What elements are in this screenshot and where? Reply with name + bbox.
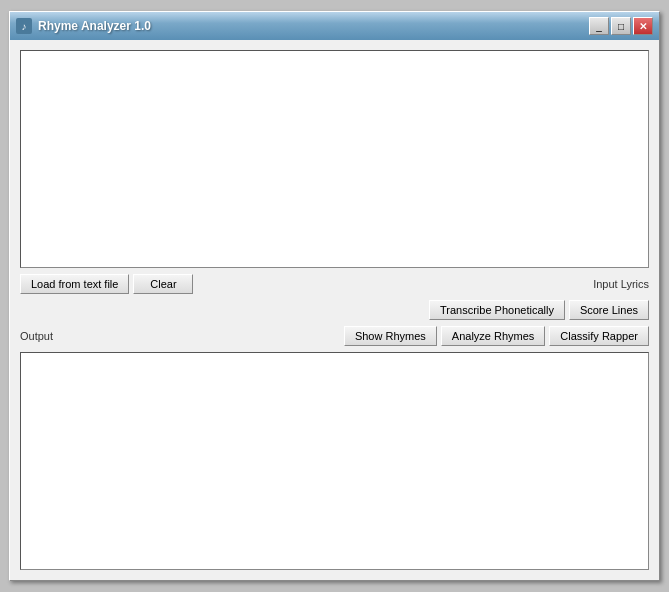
transcribe-score-row: Transcribe Phonetically Score Lines bbox=[20, 300, 649, 320]
window-content: Load from text file Clear Input Lyrics T… bbox=[10, 40, 659, 580]
left-buttons: Load from text file Clear bbox=[20, 274, 193, 294]
output-row: Output Show Rhymes Analyze Rhymes Classi… bbox=[20, 326, 649, 346]
output-label: Output bbox=[20, 330, 53, 342]
input-section bbox=[20, 50, 649, 268]
classify-rapper-button[interactable]: Classify Rapper bbox=[549, 326, 649, 346]
load-text-file-button[interactable]: Load from text file bbox=[20, 274, 129, 294]
title-bar-controls: _ □ ✕ bbox=[589, 17, 653, 35]
load-clear-row: Load from text file Clear Input Lyrics bbox=[20, 274, 649, 294]
main-window: ♪ Rhyme Analyzer 1.0 _ □ ✕ Load from tex… bbox=[9, 11, 660, 581]
input-lyrics-textarea[interactable] bbox=[20, 50, 649, 268]
close-button[interactable]: ✕ bbox=[633, 17, 653, 35]
input-lyrics-label: Input Lyrics bbox=[593, 278, 649, 290]
window-title: Rhyme Analyzer 1.0 bbox=[38, 19, 583, 33]
clear-button[interactable]: Clear bbox=[133, 274, 193, 294]
minimize-button[interactable]: _ bbox=[589, 17, 609, 35]
app-icon: ♪ bbox=[16, 18, 32, 34]
restore-button[interactable]: □ bbox=[611, 17, 631, 35]
score-lines-button[interactable]: Score Lines bbox=[569, 300, 649, 320]
analyze-rhymes-button[interactable]: Analyze Rhymes bbox=[441, 326, 546, 346]
title-bar: ♪ Rhyme Analyzer 1.0 _ □ ✕ bbox=[10, 12, 659, 40]
transcribe-phonetically-button[interactable]: Transcribe Phonetically bbox=[429, 300, 565, 320]
output-section bbox=[20, 352, 649, 570]
show-rhymes-button[interactable]: Show Rhymes bbox=[344, 326, 437, 346]
output-textarea bbox=[20, 352, 649, 570]
